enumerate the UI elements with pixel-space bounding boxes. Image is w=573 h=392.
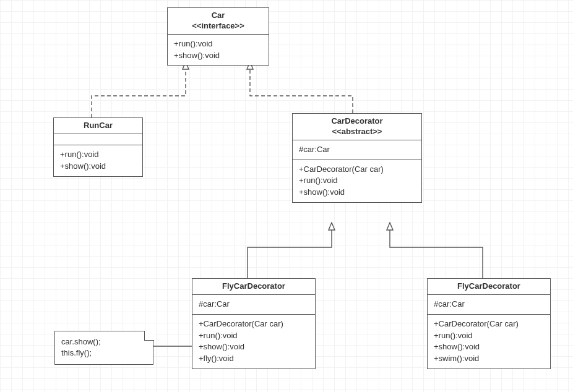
note-line: car.show(); <box>61 336 147 347</box>
attribute: #car:Car <box>299 144 415 156</box>
class-name: FlyCarDecorator <box>199 281 309 292</box>
method: +run():void <box>60 149 136 161</box>
note-line: this.fly(); <box>61 347 147 359</box>
method: +CarDecorator(Car car) <box>299 164 415 176</box>
class-attributes: #car:Car <box>428 295 550 315</box>
attribute: #car:Car <box>199 299 309 310</box>
method: +show():void <box>199 341 309 353</box>
class-stereotype: <<interface>> <box>174 21 262 32</box>
method: +CarDecorator(Car car) <box>199 318 309 330</box>
method: +run():void <box>199 330 309 342</box>
method: +CarDecorator(Car car) <box>434 318 544 330</box>
method: +fly():void <box>199 353 309 365</box>
class-methods: +CarDecorator(Car car) +run():void +show… <box>428 315 550 369</box>
class-name: RunCar <box>60 121 136 131</box>
method: +show():void <box>299 187 415 198</box>
class-name: FlyCarDecorator <box>434 281 544 292</box>
class-name: CarDecorator <box>299 116 415 127</box>
class-attributes: #car:Car <box>293 140 421 160</box>
class-header: FlyCarDecorator <box>428 279 550 295</box>
class-cardecorator: CarDecorator <<abstract>> #car:Car +CarD… <box>292 113 422 203</box>
class-car: Car <<interface>> +run():void +show():vo… <box>167 7 269 66</box>
method: +show():void <box>434 341 544 353</box>
note-fold-icon <box>144 331 154 341</box>
method: +swim():void <box>434 353 544 365</box>
class-header: CarDecorator <<abstract>> <box>293 114 421 140</box>
class-attributes <box>54 134 142 145</box>
class-flycardecorator-swim: FlyCarDecorator #car:Car +CarDecorator(C… <box>427 278 551 369</box>
class-methods: +CarDecorator(Car car) +run():void +show… <box>293 160 421 203</box>
method: +run():void <box>174 38 262 50</box>
class-methods: +run():void +show():void <box>54 145 142 176</box>
class-header: RunCar <box>54 118 142 134</box>
uml-note: car.show(); this.fly(); <box>54 331 153 365</box>
method: +show():void <box>174 50 262 62</box>
class-flycardecorator: FlyCarDecorator #car:Car +CarDecorator(C… <box>192 278 316 369</box>
class-methods: +CarDecorator(Car car) +run():void +show… <box>192 315 315 369</box>
class-runcar: RunCar +run():void +show():void <box>53 117 143 177</box>
method: +run():void <box>434 330 544 342</box>
class-stereotype: <<abstract>> <box>299 127 415 137</box>
class-header: Car <<interface>> <box>168 8 269 35</box>
class-methods: +run():void +show():void <box>168 35 269 66</box>
class-attributes: #car:Car <box>192 295 315 315</box>
method: +show():void <box>60 161 136 173</box>
class-header: FlyCarDecorator <box>192 279 315 295</box>
class-name: Car <box>174 11 262 21</box>
attribute: #car:Car <box>434 299 544 310</box>
method: +run():void <box>299 175 415 187</box>
